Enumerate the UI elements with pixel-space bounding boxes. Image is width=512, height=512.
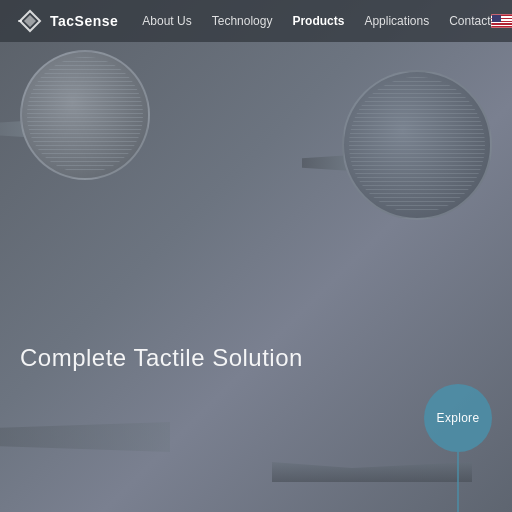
sensor-top-left — [0, 30, 190, 250]
hero-content: Complete Tactile Solution — [20, 344, 303, 372]
page-wrapper: TacSense About Us Technology Products Ap… — [0, 0, 512, 512]
nav-link-contact[interactable]: Contact — [449, 14, 490, 28]
sensor-tail-bottom — [272, 462, 472, 482]
right-accent-line — [457, 452, 459, 512]
nav-links: About Us Technology Products Application… — [142, 14, 490, 28]
logo-text: TacSense — [50, 13, 118, 29]
tacsense-logo-icon — [16, 7, 44, 35]
nav-link-about[interactable]: About Us — [142, 14, 191, 28]
nav-link-technology[interactable]: Technology — [212, 14, 273, 28]
svg-marker-1 — [24, 15, 36, 27]
nav-link-products[interactable]: Products — [292, 14, 344, 28]
flag-us[interactable] — [491, 14, 512, 28]
nav-flags — [491, 14, 512, 28]
sensor-top-right — [312, 60, 512, 280]
explore-button[interactable]: Explore — [424, 384, 492, 452]
logo-area: TacSense — [16, 7, 118, 35]
explore-button-label: Explore — [437, 411, 480, 425]
sensor-tail-bottom-left — [0, 422, 170, 452]
nav-link-applications[interactable]: Applications — [364, 14, 429, 28]
hero-title: Complete Tactile Solution — [20, 344, 303, 372]
sensor-disk-right — [342, 70, 492, 220]
navbar: TacSense About Us Technology Products Ap… — [0, 0, 512, 42]
sensor-bottom-left — [0, 422, 170, 452]
sensor-disk-left — [20, 50, 150, 180]
